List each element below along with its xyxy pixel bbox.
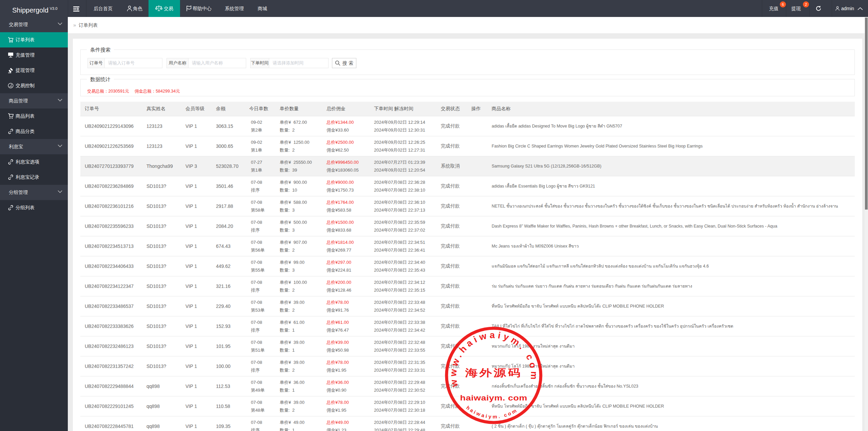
svg-text:海外源码: 海外源码: [465, 367, 522, 378]
svg-text:haiwaiym. com: haiwaiym. com: [460, 394, 527, 402]
